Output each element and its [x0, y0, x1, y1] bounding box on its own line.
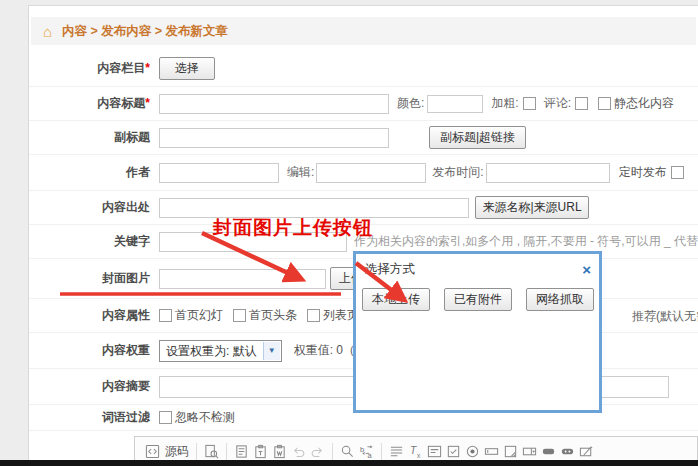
filter-ignore-checkbox[interactable]: [159, 411, 172, 424]
existing-attachment-button[interactable]: 已有附件: [444, 288, 512, 311]
home-icon[interactable]: ⌂: [43, 24, 52, 39]
filter-option-label: 忽略不检测: [175, 409, 235, 426]
cover-input[interactable]: [159, 269, 326, 289]
comment-label: 评论:: [544, 95, 571, 112]
textarea-icon[interactable]: [502, 443, 519, 460]
source-code-icon: [144, 443, 161, 460]
required-asterisk: *: [145, 96, 150, 110]
toolbar-separator: [226, 443, 227, 461]
local-upload-button[interactable]: 本地上传: [362, 288, 430, 311]
comment-checkbox[interactable]: [575, 97, 588, 110]
select-field-icon[interactable]: [521, 443, 538, 460]
row-category: 内容栏目* 选择: [29, 50, 698, 86]
subtitle-link-button[interactable]: 副标题|超链接: [429, 126, 526, 149]
subtitle-label: 副标题: [29, 129, 159, 146]
bold-checkbox[interactable]: [523, 97, 536, 110]
row-title: 内容标题* 颜色: 加粗: 评论: 静态化内容: [29, 86, 698, 120]
author-label: 作者: [29, 164, 159, 181]
editor-label: 编辑:: [287, 164, 314, 181]
undo-icon[interactable]: [290, 443, 307, 460]
attr-right-partial-text: 推荐(默认无需设: [632, 307, 698, 324]
required-asterisk: *: [145, 61, 150, 75]
row-subtitle: 副标题 副标题|超链接: [29, 120, 698, 154]
attr-home-slide-checkbox[interactable]: [159, 309, 172, 322]
cover-label: 封面图片: [29, 270, 159, 287]
svg-text:x: x: [417, 452, 421, 459]
paste-text-icon[interactable]: [252, 443, 269, 460]
timing-label: 定时发布: [619, 164, 667, 181]
subtitle-input[interactable]: [159, 128, 389, 148]
weight-select[interactable]: 设置权重为: 默认▼: [159, 340, 282, 362]
title-color-input[interactable]: [427, 95, 483, 113]
select-all-icon[interactable]: [388, 443, 405, 460]
attr-label: 首页幻灯: [175, 307, 223, 324]
dialog-title: 选择方式: [365, 261, 415, 278]
static-label: 静态化内容: [614, 95, 674, 112]
bold-label: 加粗:: [491, 95, 518, 112]
remove-format-icon[interactable]: Tx: [407, 443, 424, 460]
weight-label: 内容权重: [29, 342, 159, 359]
choose-category-button[interactable]: 选择: [159, 57, 215, 80]
form-icon[interactable]: [426, 443, 443, 460]
attributes-label: 内容属性: [29, 307, 159, 324]
hidden-field-icon[interactable]: [578, 443, 595, 460]
redo-icon[interactable]: [309, 443, 326, 460]
title-label: 内容标题: [97, 96, 145, 110]
color-label: 颜色:: [397, 95, 424, 112]
radio-icon[interactable]: [464, 443, 481, 460]
svg-text:b: b: [360, 445, 364, 454]
annotation-text: 封面图片上传按钮: [213, 215, 373, 241]
paste-word-icon[interactable]: [271, 443, 288, 460]
editor-input[interactable]: [316, 163, 426, 183]
close-icon[interactable]: ×: [582, 264, 591, 276]
filter-label: 词语过滤: [29, 409, 159, 426]
row-author: 作者 编辑: 发布时间: 定时发布: [29, 154, 698, 190]
author-input[interactable]: [159, 163, 279, 183]
svg-text:T: T: [410, 445, 417, 456]
image-button-icon[interactable]: [559, 443, 576, 460]
breadcrumb-path[interactable]: 内容 > 发布内容 > 发布新文章: [62, 23, 228, 40]
breadcrumb: ⌂ 内容 > 发布内容 > 发布新文章: [31, 17, 696, 45]
text-field-icon[interactable]: [483, 443, 500, 460]
summary-label: 内容摘要: [29, 378, 159, 395]
find-icon[interactable]: [339, 443, 356, 460]
toolbar-separator: [381, 443, 382, 461]
pubtime-input[interactable]: [486, 163, 610, 183]
title-input[interactable]: [159, 94, 389, 114]
bottom-bar: [0, 460, 698, 466]
attr-list-slide-checkbox[interactable]: [307, 309, 320, 322]
attr-label: 首页头条: [249, 307, 297, 324]
toolbar-separator: [196, 443, 197, 461]
svg-text:a: a: [367, 451, 372, 459]
keywords-hint: 作为相关内容的索引,如多个用 , 隔开,不要用 - 符号,可以用 _ 代替: [354, 233, 698, 250]
select-method-dialog: 选择方式 × 本地上传 已有附件 网络抓取: [353, 251, 602, 413]
source-label: 内容出处: [29, 199, 159, 216]
timing-checkbox[interactable]: [671, 166, 684, 179]
new-page-icon[interactable]: [233, 443, 250, 460]
source-url-button[interactable]: 来源名称|来源URL: [475, 196, 589, 219]
checkbox-icon[interactable]: [445, 443, 462, 460]
preview-icon[interactable]: [203, 443, 220, 460]
static-checkbox[interactable]: [598, 97, 611, 110]
category-label: 内容栏目: [97, 61, 145, 75]
chevron-down-icon: ▼: [263, 342, 280, 360]
toolbar-separator: [332, 443, 333, 461]
attr-home-headline-checkbox[interactable]: [233, 309, 246, 322]
replace-icon[interactable]: ba: [358, 443, 375, 460]
source-code-button[interactable]: 源码: [143, 443, 189, 460]
button-icon[interactable]: [540, 443, 557, 460]
keywords-label: 关键字: [29, 233, 159, 250]
pubtime-label: 发布时间:: [432, 164, 483, 181]
web-grab-button[interactable]: 网络抓取: [526, 288, 594, 311]
